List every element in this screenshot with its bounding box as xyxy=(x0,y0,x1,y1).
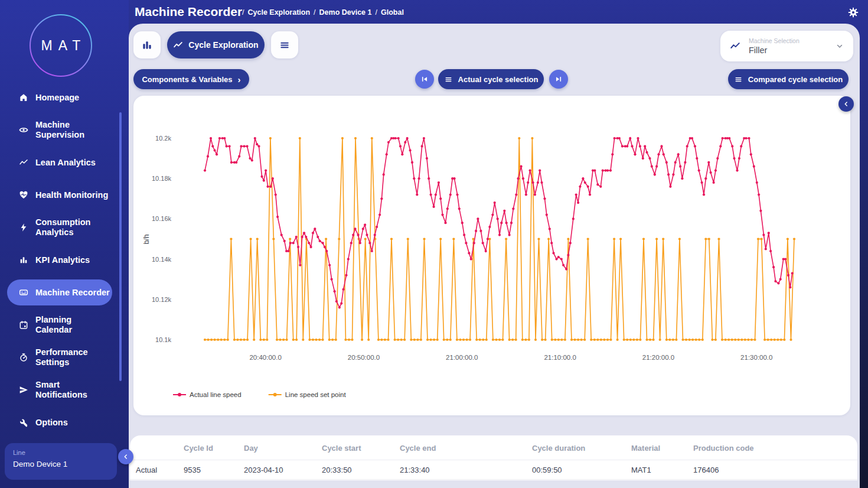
table-cell: 20:33:50 xyxy=(322,466,352,474)
breadcrumb-separator: / xyxy=(314,8,315,17)
menu-icon xyxy=(279,39,291,51)
x-axis-tick: 20:50:00.0 xyxy=(348,354,380,361)
bar-chart-icon xyxy=(141,39,153,51)
bolt-icon xyxy=(19,223,28,232)
sidebar-item-label: Machine Recorder xyxy=(35,288,110,298)
series-line-speed-set-point xyxy=(204,137,795,341)
line-chart: 10.1k10.12k10.14k10.16k10.18k10.2k20:40:… xyxy=(133,96,850,415)
sidebar-item-machine-recorder[interactable]: Machine Recorder xyxy=(7,279,112,305)
actual-cycle-selection-label: Actual cycle selection xyxy=(458,75,539,84)
x-axis-tick: 21:30:00.0 xyxy=(740,354,772,361)
chevron-left-icon xyxy=(843,100,850,108)
menu-icon xyxy=(734,75,743,84)
chart-collapse-button[interactable] xyxy=(838,96,854,112)
page-title: Machine Recorder xyxy=(135,5,242,19)
table-cell: 9535 xyxy=(184,466,201,474)
table-footer-strip xyxy=(130,480,857,488)
gauge-icon xyxy=(19,353,28,362)
menu-icon xyxy=(444,75,453,84)
skip-previous-cycle-button[interactable] xyxy=(415,70,434,89)
eye-icon xyxy=(19,125,28,135)
line-card-value: Demo Device 1 xyxy=(13,460,109,469)
y-axis-label: b/h xyxy=(142,235,151,245)
breadcrumb-segment: Demo Device 1 xyxy=(319,8,372,17)
sidebar-item-options[interactable]: Options xyxy=(7,409,112,435)
machine-selection-value: Filler xyxy=(749,45,836,55)
sidebar-scrollbar[interactable] xyxy=(119,112,122,381)
brand-logo: MAT xyxy=(28,13,93,78)
line-card-label: Line xyxy=(13,449,109,456)
sidebar-item-kpi-analytics[interactable]: KPI Analytics xyxy=(7,247,112,273)
legend-label: Line speed set point xyxy=(285,391,347,398)
actual-cycle-selection-button[interactable]: Actual cycle selection xyxy=(438,69,544,89)
legend-item[interactable]: Actual line speed xyxy=(173,391,242,398)
tab-cycle-exploration-label: Cycle Exploration xyxy=(188,40,258,50)
table-row: Actual95352023-04-1020:33:5021:33:4000:5… xyxy=(130,460,857,480)
breadcrumb-separator: / xyxy=(376,8,377,17)
cycle-table: Cycle IdDayCycle startCycle endCycle dur… xyxy=(130,435,857,488)
trend-line-icon xyxy=(173,40,183,50)
components-variables-button[interactable]: Components & Variables › xyxy=(133,69,249,89)
y-axis-tick: 10.2k xyxy=(155,135,171,142)
wrench-icon xyxy=(19,418,28,427)
sidebar-item-homepage[interactable]: Homepage xyxy=(7,84,112,110)
sidebar-item-label: Lean Analytics xyxy=(35,158,96,168)
y-axis-tick: 10.14k xyxy=(152,256,172,263)
table-column-header: Day xyxy=(244,443,258,452)
x-axis-tick: 21:20:00.0 xyxy=(642,354,674,361)
sidebar: MAT HomepageMachineSupervisionLean Analy… xyxy=(0,0,129,488)
sidebar-item-consumption-analytics[interactable]: ConsumptionAnalytics xyxy=(7,214,112,240)
sidebar-item-label: PerformanceSettings xyxy=(35,347,88,367)
skip-next-icon xyxy=(554,75,563,83)
y-axis-tick: 10.16k xyxy=(152,215,172,222)
table-cell: 00:59:50 xyxy=(532,466,562,474)
table-cell: 176406 xyxy=(693,466,719,474)
breadcrumb-segment: Cycle Exploration xyxy=(247,8,310,17)
sidebar-item-performance-settings[interactable]: PerformanceSettings xyxy=(7,344,112,370)
sidebar-item-health-monitoring[interactable]: Health Monitoring xyxy=(7,182,112,208)
sidebar-item-label: Health Monitoring xyxy=(35,190,108,200)
table-cell: MAT1 xyxy=(631,466,651,474)
x-axis-tick: 21:10:00.0 xyxy=(544,354,576,361)
recorder-icon xyxy=(19,288,28,297)
brand-text: MAT xyxy=(28,13,93,78)
skip-previous-icon xyxy=(420,75,429,83)
tab-cycle-exploration[interactable]: Cycle Exploration xyxy=(167,31,265,58)
trend-line-icon xyxy=(730,41,740,51)
home-icon xyxy=(19,93,28,102)
breadcrumb: /Cycle Exploration/Demo Device 1/Global xyxy=(239,8,404,17)
table-column-header: Cycle Id xyxy=(184,443,213,452)
table-cell: 21:33:40 xyxy=(400,466,430,474)
y-axis-tick: 10.12k xyxy=(152,296,172,303)
sidebar-item-smart-notifications[interactable]: SmartNotifications xyxy=(7,377,112,403)
x-axis-tick: 20:40:00.0 xyxy=(249,354,281,361)
breadcrumb-separator: / xyxy=(242,8,244,17)
line-card: Line Demo Device 1 xyxy=(5,443,117,480)
calendar-icon xyxy=(19,320,28,330)
legend-item[interactable]: Line speed set point xyxy=(269,391,347,398)
sidebar-collapse-button[interactable] xyxy=(118,449,133,464)
sidebar-item-machine-supervision[interactable]: MachineSupervision xyxy=(7,117,112,143)
bar-view-button[interactable] xyxy=(133,31,161,58)
breadcrumb-segment: Global xyxy=(381,8,404,17)
compared-cycle-selection-button[interactable]: Compared cycle selection xyxy=(728,69,849,89)
sidebar-item-label: KPI Analytics xyxy=(35,255,90,265)
settings-button[interactable] xyxy=(847,6,859,18)
chevron-right-icon: › xyxy=(238,74,241,84)
legend-label: Actual line speed xyxy=(190,391,242,398)
sidebar-item-lean-analytics[interactable]: Lean Analytics xyxy=(7,149,112,175)
table-column-header: Cycle end xyxy=(400,443,436,452)
y-axis-tick: 10.18k xyxy=(152,175,172,182)
table-cell: 2023-04-10 xyxy=(244,466,283,474)
x-axis-tick: 21:00:00.0 xyxy=(446,354,478,361)
machine-selection-dropdown[interactable]: Machine Selection Filler xyxy=(720,31,853,61)
menu-view-button[interactable] xyxy=(271,31,298,58)
chevron-down-icon xyxy=(836,42,844,50)
bar-chart-icon xyxy=(19,255,28,265)
series-actual-line-speed xyxy=(204,137,794,309)
heart-pulse-icon xyxy=(19,190,28,200)
table-column-header: Production code xyxy=(693,443,754,452)
sidebar-item-planning-calendar[interactable]: PlanningCalendar xyxy=(7,312,112,338)
skip-next-cycle-button[interactable] xyxy=(549,70,568,89)
sidebar-item-label: PlanningCalendar xyxy=(35,315,72,335)
